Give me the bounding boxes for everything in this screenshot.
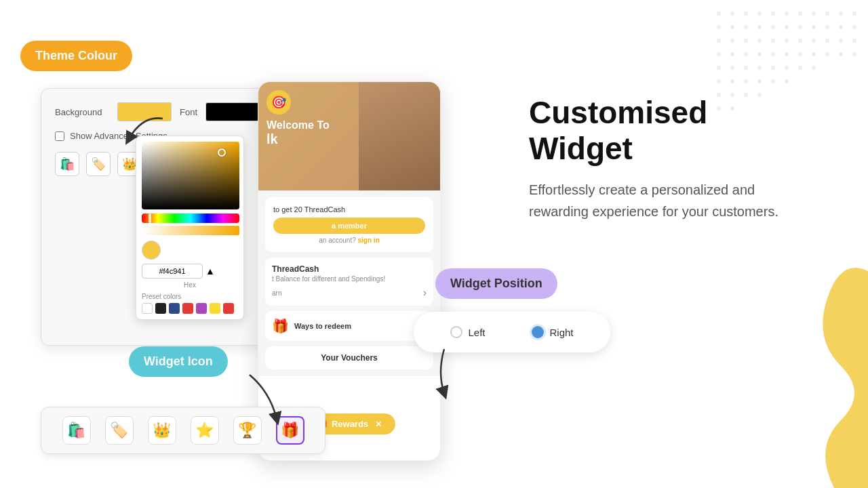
svg-point-52 [717, 79, 721, 83]
preset-label: Preset colors [142, 293, 238, 300]
rewards-close[interactable]: ✕ [375, 420, 382, 429]
tc-desc: t Balance for different and Spendings! [272, 275, 427, 283]
hex-input[interactable] [142, 264, 203, 279]
icon-btn-bag[interactable]: 🛍️ [62, 416, 91, 445]
arrow-widget-position [424, 346, 465, 400]
svg-point-44 [717, 66, 721, 70]
signin-link[interactable]: sign in [358, 237, 380, 244]
preset-red2[interactable] [223, 303, 234, 314]
mobile-signup-card: to get 20 ThreadCash a member an account… [265, 197, 433, 252]
preset-blue[interactable] [169, 303, 180, 314]
icon-btn-crown[interactable]: 👑 [148, 416, 176, 445]
preset-yellow[interactable] [210, 303, 220, 314]
svg-point-33 [717, 52, 721, 56]
color-picker-popup: ▲ Hex Preset colors [136, 136, 244, 320]
signin-text: an account? sign in [273, 237, 425, 244]
signup-text: to get 20 ThreadCash [273, 205, 425, 214]
mobile-header: 🎯 Welcome To lk [258, 82, 440, 190]
theme-colour-label: Theme Colour [20, 41, 132, 71]
vouchers-title: Your Vouchers [272, 353, 427, 363]
mobile-body: to get 20 ThreadCash a member an account… [258, 190, 440, 376]
icon-btn-tag[interactable]: 🏷️ [105, 416, 134, 445]
hue-cursor [149, 214, 151, 223]
mobile-logo: 🎯 [267, 90, 291, 115]
signup-button[interactable]: a member [273, 218, 425, 234]
preset-black[interactable] [155, 303, 166, 314]
bg-label: Background [55, 107, 109, 117]
hex-up-arrow[interactable]: ▲ [205, 266, 215, 277]
hue-bar[interactable] [142, 214, 239, 223]
color-preview [142, 241, 161, 260]
widget-icon-label: Widget Icon [129, 346, 228, 377]
learn-row: arn › [272, 287, 427, 299]
radio-left-label: Left [468, 327, 485, 338]
svg-point-0 [717, 12, 721, 16]
tc-title: ThreadCash [272, 264, 427, 274]
radio-right-circle[interactable] [532, 326, 544, 338]
preset-red1[interactable] [182, 303, 193, 314]
right-text-section: Customised Widget Effortlessly create a … [529, 95, 814, 222]
icon-option-tag[interactable]: 🏷️ [86, 152, 111, 176]
redeem-card: 🎁 Ways to redeem [265, 311, 433, 341]
font-label: Font [180, 107, 197, 117]
main-title: Customised Widget [529, 95, 814, 167]
mobile-welcome-text: Welcome To lk [267, 119, 330, 147]
radio-right-label: Right [549, 327, 573, 338]
preset-white[interactable] [142, 303, 153, 314]
radio-right[interactable]: Right [532, 326, 573, 338]
yellow-wave [665, 217, 868, 488]
arrow-widget-icon [243, 371, 290, 426]
redeem-icon: 🎁 [272, 318, 289, 334]
redeem-text: Ways to redeem [294, 322, 351, 330]
mobile-clothing-image [359, 82, 440, 190]
widget-position-label: Widget Position [435, 268, 557, 299]
icon-option-bag[interactable]: 🛍️ [55, 152, 79, 176]
svg-point-11 [717, 25, 721, 29]
hex-label: Hex [142, 281, 238, 289]
font-color-swatch[interactable] [205, 102, 260, 121]
icon-btn-star[interactable]: ⭐ [191, 416, 219, 445]
threadcash-card: ThreadCash t Balance for different and S… [265, 258, 433, 306]
svg-point-22 [717, 39, 721, 43]
preset-purple[interactable] [196, 303, 207, 314]
advanced-settings-checkbox[interactable] [55, 131, 64, 141]
arrow-theme-colour [115, 112, 170, 152]
rewards-label: Rewards [332, 419, 368, 429]
alpha-bar[interactable] [142, 226, 239, 235]
radio-left-circle[interactable] [450, 326, 462, 338]
sub-text: Effortlessly create a personalized and r… [529, 179, 814, 222]
color-cursor [218, 148, 226, 157]
radio-left[interactable]: Left [450, 326, 485, 338]
preset-colors [142, 303, 238, 314]
alpha-cursor [237, 226, 239, 235]
vouchers-card: Your Vouchers [265, 346, 433, 369]
